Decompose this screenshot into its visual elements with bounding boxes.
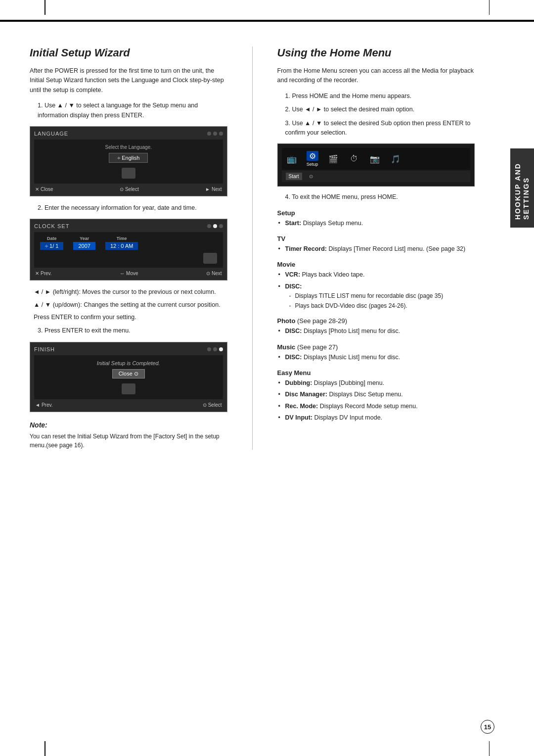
- language-option: ÷ English: [109, 153, 148, 163]
- finish-screen: Finish Initial Setup is Completed. Close…: [30, 342, 227, 412]
- clock-footer-move: ↔ Move: [120, 271, 138, 276]
- language-screen: LANGUAGE Select the Language. ÷ English: [30, 126, 227, 196]
- nav-note-enter: Press ENTER to confirm your setting.: [34, 313, 227, 322]
- clock-icons: [40, 253, 217, 264]
- right-step-1: 1. Press HOME and the Home menu appears.: [285, 92, 475, 101]
- page-container: HOOKUP AND SETTINGS 15 Initial Setup Wiz…: [0, 0, 534, 756]
- page-number: 15: [481, 720, 494, 734]
- finish-icons: [122, 383, 135, 394]
- language-screen-content: Select the Language. ÷ English: [34, 140, 223, 184]
- subsection-photo: Photo (See page 28-29) DISC: Displays [P…: [277, 317, 475, 336]
- clock-screen-content: Date ÷ 1/ 1 Year 2007 Time 12 : 0 AM: [34, 232, 223, 268]
- easy-bullet-disc-manager: Disc Manager: Displays Disc Setup menu.: [285, 390, 475, 399]
- content-area: Initial Setup Wizard After the POWER is …: [30, 47, 504, 450]
- home-submenu: Start ⊙: [282, 171, 471, 182]
- disc-sub-2: Plays back DVD-Video disc (pages 24-26).: [295, 301, 475, 310]
- clock-screen-footer: ✕ Prev. ↔ Move ⊙ Next: [34, 271, 223, 276]
- tv-bullet-timer: Timer Record: Displays [Timer Record Lis…: [285, 244, 475, 254]
- column-divider: [252, 47, 253, 450]
- home-icon-setup: ⚙ Setup: [307, 151, 318, 167]
- right-step-4: 4. To exit the HOME menu, press HOME.: [285, 192, 475, 202]
- cdot-1: [207, 224, 211, 228]
- subsection-music-title: Music (See page 27): [277, 343, 475, 351]
- language-screen-title-bar: LANGUAGE: [34, 131, 223, 137]
- footer-select: ⊙ Select: [120, 187, 139, 192]
- side-tab-label: HOOKUP AND SETTINGS: [514, 156, 531, 220]
- right-step-3: 3. Use ▲ / ▼ to select the desired Sub o…: [285, 119, 475, 138]
- finish-screen-content: Initial Setup is Completed. Close ⊙: [34, 355, 223, 399]
- reg-line-top-right: [489, 0, 490, 15]
- finish-icon: [122, 383, 135, 394]
- home-submenu-start: Start: [286, 173, 302, 180]
- easy-bullet-dubbing: Dubbing: Displays [Dubbing] menu.: [285, 378, 475, 388]
- note-text: You can reset the Initial Setup Wizard f…: [30, 432, 227, 450]
- language-screen-dots: [207, 132, 223, 136]
- clock-footer-prev: ✕ Prev.: [35, 271, 52, 276]
- subsection-movie: Movie VCR: Plays back Video tape. DISC: …: [277, 261, 475, 310]
- dot-2: [213, 132, 217, 136]
- language-screen-icons: [122, 168, 135, 179]
- side-tab: HOOKUP AND SETTINGS: [510, 148, 534, 228]
- subsection-photo-title: Photo (See page 28-29): [277, 317, 475, 325]
- home-icon-music: 🎵: [390, 154, 401, 164]
- note-section: Note: You can reset the Initial Setup Wi…: [30, 421, 227, 450]
- movie-bullet-disc: DISC: Displays TITLE LIST menu for recor…: [285, 282, 475, 310]
- left-step-1: 1. Use ▲ / ▼ to select a language for th…: [38, 101, 227, 120]
- music-bullet-disc: DISC: Displays [Music List] menu for dis…: [285, 353, 475, 362]
- finish-screen-title-bar: Finish: [34, 346, 223, 352]
- left-column: Initial Setup Wizard After the POWER is …: [30, 47, 227, 450]
- right-step-2: 2. Use ◄ / ► to select the desired main …: [285, 105, 475, 114]
- language-screen-footer: ✕ Close ⊙ Select ► Next: [34, 187, 223, 192]
- home-menu-screen: 📺 ⚙ Setup 🎬 ⏱: [277, 143, 475, 187]
- nav-note-lr: ◄ / ► (left/right): Moves the cursor to …: [34, 287, 227, 297]
- footer-next: ► Next: [205, 187, 222, 192]
- fdot-2: [213, 347, 217, 351]
- footer-close: ✕ Close: [35, 187, 53, 192]
- clock-date-field: Date ÷ 1/ 1: [40, 236, 63, 250]
- finish-screen-footer: ◄ Prev. ⊙ Select: [34, 402, 223, 408]
- cdot-2: [213, 224, 217, 228]
- finish-label: Initial Setup is Completed.: [97, 360, 160, 366]
- cdot-3: [219, 224, 223, 228]
- home-icon-timer: ⏱: [348, 154, 360, 164]
- reg-line-top-left: [44, 0, 45, 15]
- note-title: Note:: [30, 421, 227, 429]
- reg-line-bottom-left: [44, 741, 45, 756]
- right-section-title: Using the Home Menu: [277, 47, 475, 59]
- subsection-movie-title: Movie: [277, 261, 475, 268]
- disc-sub-1: Displays TITLE LIST menu for recordable …: [295, 291, 475, 300]
- clock-screen-title: Clock Set: [34, 223, 69, 229]
- clock-icon: [203, 253, 217, 264]
- home-menu-icons-row: 📺 ⚙ Setup 🎬 ⏱: [282, 148, 471, 170]
- reg-line-bottom-right: [489, 741, 490, 756]
- home-submenu-icon: ⊙: [306, 173, 316, 180]
- language-select-label: Select the Language.: [105, 144, 152, 150]
- clock-screen-dots: [207, 224, 223, 228]
- subsection-tv-title: TV: [277, 235, 475, 242]
- left-step-3: 3. Press ENTER to exit the menu.: [38, 326, 227, 335]
- home-icon-tv: 📺: [286, 154, 298, 164]
- left-section-title: Initial Setup Wizard: [30, 47, 227, 59]
- finish-footer-prev: ◄ Prev.: [35, 402, 53, 408]
- clock-year-field: Year 2007: [73, 236, 95, 250]
- clock-time-field: Time 12 : 0 AM: [105, 236, 138, 250]
- movie-bullet-vcr: VCR: Plays back Video tape.: [285, 270, 475, 280]
- right-intro: From the Home Menu screen you can access…: [277, 66, 475, 86]
- left-step-2: 2. Enter the necessary information for y…: [38, 203, 227, 213]
- fdot-3: [219, 347, 223, 351]
- dot-3: [219, 132, 223, 136]
- icon-person: [122, 168, 135, 179]
- subsection-setup: Setup Start: Displays Setup menu.: [277, 209, 475, 228]
- clock-footer-next: ⊙ Next: [206, 271, 222, 276]
- home-icon-movie: 🎬: [327, 154, 339, 164]
- right-column: Using the Home Menu From the Home Menu s…: [277, 47, 505, 450]
- subsection-tv: TV Timer Record: Displays [Timer Record …: [277, 235, 475, 254]
- finish-footer-select: ⊙ Select: [203, 402, 222, 408]
- subsection-easy-menu: Easy Menu Dubbing: Displays [Dubbing] me…: [277, 369, 475, 423]
- home-icon-photo: 📷: [369, 154, 381, 164]
- subsection-music: Music (See page 27) DISC: Displays [Musi…: [277, 343, 475, 362]
- language-screen-title: LANGUAGE: [34, 131, 68, 137]
- corner-mark-br: [0, 21, 534, 22]
- dot-1: [207, 132, 211, 136]
- clock-screen-title-bar: Clock Set: [34, 223, 223, 229]
